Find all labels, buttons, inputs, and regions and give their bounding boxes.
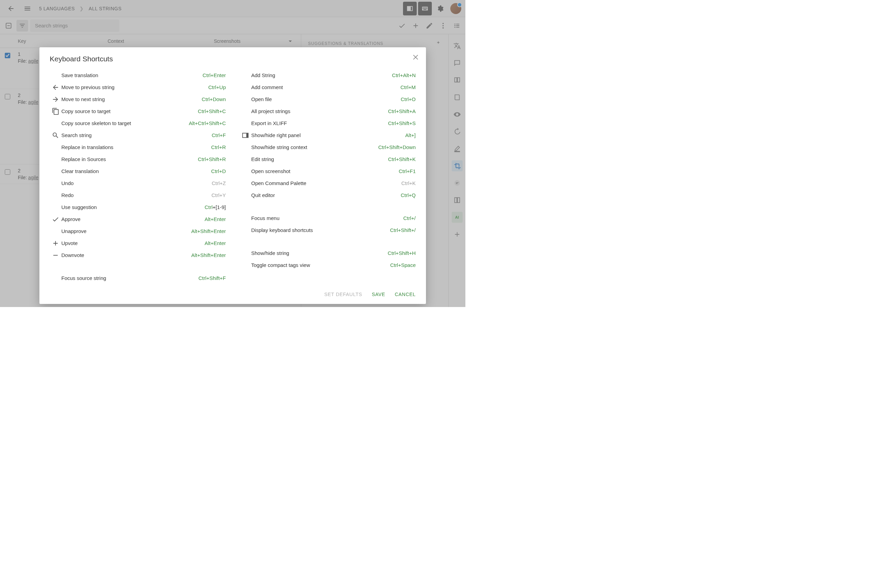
shortcut-row: Open screenshotCtrl+F1 bbox=[240, 165, 416, 177]
shortcut-label: Open Command Palette bbox=[251, 180, 401, 186]
shortcut-label: All project strings bbox=[251, 108, 388, 114]
shortcut-row: Open fileCtrl+O bbox=[240, 93, 416, 105]
shortcut-key[interactable]: Alt+Enter bbox=[205, 240, 226, 246]
shortcut-row: Edit stringCtrl+Shift+K bbox=[240, 153, 416, 165]
shortcut-label: Clear translation bbox=[62, 168, 211, 174]
dialog-title: Keyboard Shortcuts bbox=[50, 55, 416, 63]
shortcut-row: Quit editorCtrl+Q bbox=[240, 189, 416, 201]
set-defaults-button[interactable]: SET DEFAULTS bbox=[324, 292, 362, 297]
shortcut-key[interactable]: Ctrl+M bbox=[400, 84, 416, 90]
shortcut-key[interactable]: Ctrl+D bbox=[211, 168, 226, 174]
shortcut-key[interactable]: Ctrl+Shift+A bbox=[388, 108, 416, 114]
shortcut-label: Toggle compact tags view bbox=[251, 262, 390, 268]
shortcut-row: All project stringsCtrl+Shift+A bbox=[240, 105, 416, 117]
shortcut-label: Redo bbox=[62, 192, 212, 198]
shortcut-label: Copy source to target bbox=[62, 108, 198, 114]
shortcut-key[interactable]: Ctrl+Shift+H bbox=[388, 250, 416, 256]
plus-icon bbox=[50, 240, 62, 247]
shortcut-key[interactable]: Alt+Enter bbox=[205, 216, 226, 222]
shortcut-row: Add StringCtrl+Alt+N bbox=[240, 69, 416, 81]
shortcut-key[interactable]: Ctrl+Shift+Down bbox=[378, 144, 416, 150]
arrow-left-icon bbox=[50, 84, 62, 91]
shortcut-key[interactable]: Ctrl+Shift+/ bbox=[390, 227, 416, 233]
shortcut-key[interactable]: Alt+Shift+Enter bbox=[191, 252, 226, 258]
shortcut-label: Display keyboard shortcuts bbox=[251, 227, 390, 233]
shortcut-label: Undo bbox=[62, 180, 212, 186]
shortcut-key[interactable]: Ctrl+Shift+F bbox=[198, 275, 226, 281]
shortcut-key[interactable]: Ctrl+Shift+R bbox=[198, 156, 226, 162]
shortcut-key[interactable]: Ctrl+[1-9] bbox=[205, 204, 226, 210]
shortcut-key[interactable]: Ctrl+Down bbox=[202, 96, 226, 102]
shortcut-row: Toggle compact tags viewCtrl+Space bbox=[240, 259, 416, 271]
close-button[interactable] bbox=[412, 54, 420, 62]
copy-icon bbox=[50, 108, 62, 115]
close-icon bbox=[412, 54, 420, 61]
shortcut-key[interactable]: Ctrl+Z bbox=[212, 180, 226, 186]
shortcut-row: Focus menuCtrl+/ bbox=[240, 212, 416, 224]
shortcut-row: Replace in translationsCtrl+R bbox=[50, 141, 226, 153]
shortcut-label: Save translation bbox=[62, 72, 202, 78]
shortcut-row: Open Command PaletteCtrl+K bbox=[240, 177, 416, 189]
shortcut-label: Approve bbox=[62, 216, 205, 222]
shortcut-label: Show/hide right panel bbox=[251, 132, 405, 138]
shortcut-row: Clear translationCtrl+D bbox=[50, 165, 226, 177]
shortcut-row: UndoCtrl+Z bbox=[50, 177, 226, 189]
shortcut-key[interactable]: Ctrl+K bbox=[401, 180, 416, 186]
shortcut-row: Copy source skeleton to targetAlt+Ctrl+S… bbox=[50, 117, 226, 129]
shortcut-row: ApproveAlt+Enter bbox=[50, 213, 226, 225]
shortcut-label: Replace in translations bbox=[62, 144, 211, 150]
shortcut-row: Save translationCtrl+Enter bbox=[50, 69, 226, 81]
shortcut-row: Replace in SourcesCtrl+Shift+R bbox=[50, 153, 226, 165]
shortcut-label: Add comment bbox=[251, 84, 400, 90]
shortcut-row: UnapproveAlt+Shift+Enter bbox=[50, 225, 226, 237]
keyboard-shortcuts-dialog: Keyboard Shortcuts Save translationCtrl+… bbox=[39, 47, 426, 304]
shortcut-key[interactable]: Ctrl+Space bbox=[390, 262, 416, 268]
shortcut-key[interactable]: Alt+Shift+Enter bbox=[191, 228, 226, 234]
shortcut-key[interactable]: Ctrl+O bbox=[400, 96, 416, 102]
shortcut-label: Focus menu bbox=[251, 215, 404, 221]
panel-icon bbox=[240, 132, 251, 139]
shortcut-row: RedoCtrl+Y bbox=[50, 189, 226, 201]
shortcut-key[interactable]: Ctrl+Shift+S bbox=[388, 120, 416, 126]
cancel-button[interactable]: CANCEL bbox=[395, 292, 416, 297]
shortcut-key[interactable]: Ctrl+Up bbox=[208, 84, 226, 90]
shortcut-row: Show/hide string contextCtrl+Shift+Down bbox=[240, 141, 416, 153]
check-icon bbox=[50, 216, 62, 223]
shortcut-label: Export in XLIFF bbox=[251, 120, 388, 126]
shortcut-key[interactable]: Alt+] bbox=[405, 132, 416, 138]
shortcut-row: Use suggestionCtrl+[1-9] bbox=[50, 201, 226, 213]
shortcut-key[interactable]: Ctrl+Enter bbox=[202, 72, 226, 78]
shortcut-label: Show/hide string bbox=[251, 250, 388, 256]
shortcut-row: Focus source stringCtrl+Shift+F bbox=[50, 272, 226, 284]
shortcut-label: Open screenshot bbox=[251, 168, 399, 174]
shortcut-label: Show/hide string context bbox=[251, 144, 378, 150]
shortcut-label: Edit string bbox=[251, 156, 388, 162]
shortcut-key[interactable]: Ctrl+Q bbox=[400, 192, 416, 198]
search-icon bbox=[50, 132, 62, 139]
shortcut-key[interactable]: Ctrl+F1 bbox=[399, 168, 416, 174]
shortcut-key[interactable]: Ctrl+/ bbox=[404, 215, 416, 221]
shortcut-key[interactable]: Ctrl+Shift+K bbox=[388, 156, 416, 162]
shortcut-key[interactable]: Ctrl+Y bbox=[212, 192, 226, 198]
shortcut-row: Move to previous stringCtrl+Up bbox=[50, 81, 226, 93]
shortcut-key[interactable]: Alt+Ctrl+Shift+C bbox=[189, 120, 226, 126]
shortcut-key[interactable]: Ctrl+Alt+N bbox=[392, 72, 416, 78]
shortcut-key[interactable]: Ctrl+R bbox=[211, 144, 226, 150]
shortcut-key[interactable]: Ctrl+F bbox=[212, 132, 226, 138]
modal-overlay[interactable]: Keyboard Shortcuts Save translationCtrl+… bbox=[0, 0, 465, 307]
shortcut-label: Replace in Sources bbox=[62, 156, 198, 162]
shortcut-label: Quit editor bbox=[251, 192, 400, 198]
shortcut-key[interactable]: Ctrl+Shift+C bbox=[198, 108, 226, 114]
shortcut-row: Export in XLIFFCtrl+Shift+S bbox=[240, 117, 416, 129]
shortcut-label: Copy source skeleton to target bbox=[62, 120, 189, 126]
shortcut-row: Add commentCtrl+M bbox=[240, 81, 416, 93]
save-button[interactable]: SAVE bbox=[372, 292, 385, 297]
shortcut-row: Show/hide right panelAlt+] bbox=[240, 129, 416, 141]
shortcut-label: Add String bbox=[251, 72, 392, 78]
shortcut-row: Search stringCtrl+F bbox=[50, 129, 226, 141]
shortcut-label: Open file bbox=[251, 96, 400, 102]
minus-icon bbox=[50, 252, 62, 259]
shortcut-label: Unapprove bbox=[62, 228, 191, 234]
arrow-right-icon bbox=[50, 96, 62, 103]
shortcut-row: Show/hide stringCtrl+Shift+H bbox=[240, 247, 416, 259]
